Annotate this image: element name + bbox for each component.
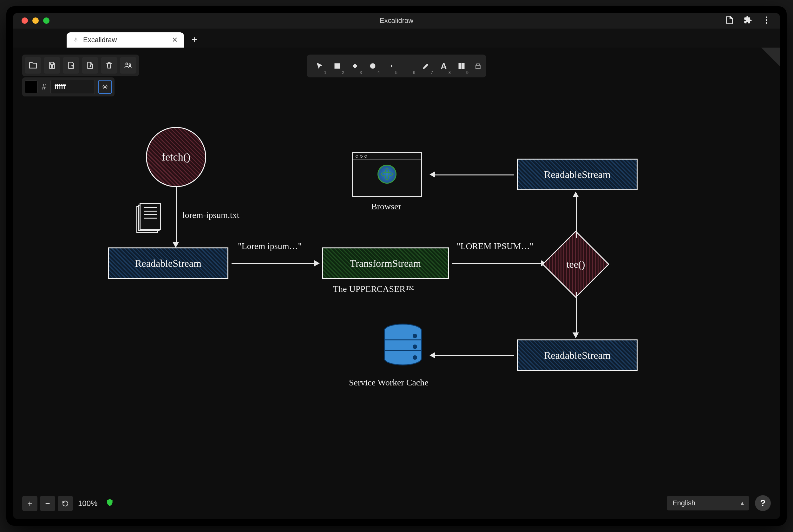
node-fetch[interactable]: fetch() [146,127,206,187]
traffic-lights [13,17,50,24]
shield-icon[interactable] [102,498,114,509]
arrowhead-left-icon [429,171,435,178]
zoom-out-button[interactable]: − [40,496,55,511]
node-browser [352,152,422,197]
globe-icon [378,165,396,184]
node-readable-bottom-label: ReadableStream [544,349,611,361]
zoom-reset-button[interactable] [58,496,73,511]
app-area: # 1 2 3 4 5 6 7 A8 9 fetch() [13,48,780,519]
arrow-readable-to-transform [232,263,314,264]
reset-icon [61,500,69,507]
node-readable-bottom[interactable]: ReadableStream [517,339,638,371]
maximize-window-button[interactable] [43,17,50,24]
tab-close-icon[interactable]: ✕ [172,36,178,44]
canvas[interactable]: fetch() lorem-ipsum.txt ReadableStream "… [13,48,780,519]
arrow-readable-to-browser [434,174,514,175]
tab-label: Excalidraw [83,36,117,44]
new-tab-button[interactable]: + [184,34,205,48]
arrow1-label: "Lorem ipsum…" [238,241,302,251]
arrowhead-up-icon [573,192,579,197]
minimize-window-button[interactable] [32,17,39,24]
zoom-in-button[interactable]: + [22,496,37,511]
node-readable-top-label: ReadableStream [544,169,611,180]
node-tee[interactable]: tee() [552,241,600,288]
cache-caption: Service Worker Cache [349,378,428,388]
file-icon-node [139,203,161,230]
node-tee-label: tee() [552,241,600,288]
transform-caption: The UPPERCASER™ [333,284,414,294]
node-fetch-label: fetch() [162,151,191,163]
app-window: Excalidraw Excalidraw ✕ + [13,13,780,519]
node-readable-1-label: ReadableStream [135,258,201,269]
arrowhead-left-icon-2 [429,352,435,359]
file-label: lorem-ipsum.txt [182,210,239,220]
arrow-transform-to-tee [452,263,541,264]
arrow-tee-down [576,292,577,333]
footer-right: English ? [667,495,771,511]
file-icon[interactable] [725,16,734,26]
tab-bar: Excalidraw ✕ + [13,28,780,48]
browser-caption: Browser [371,202,401,212]
language-select[interactable]: English [667,496,749,510]
arrow-fetch-to-readable [176,187,177,243]
titlebar: Excalidraw [13,13,780,28]
language-label: English [673,499,695,507]
window-title: Excalidraw [380,17,413,25]
arrowhead-right-icon [314,260,320,266]
zoom-controls: + − 100% [22,496,114,511]
extension-icon[interactable] [743,16,752,26]
help-button[interactable]: ? [755,495,771,511]
arrow2-label: "LOREM IPSUM…" [457,241,533,251]
arrowhead-down-icon [173,242,179,248]
node-transform-label: TransformStream [350,258,421,269]
arrow-readable-to-cache [434,355,514,356]
menu-icon[interactable] [762,16,771,24]
browser-tab[interactable]: Excalidraw ✕ [66,32,184,48]
node-readable-1[interactable]: ReadableStream [108,247,228,279]
zoom-percent: 100% [76,499,100,508]
arrowhead-down-icon-2 [573,332,579,338]
node-transform[interactable]: TransformStream [322,247,449,279]
close-window-button[interactable] [22,17,28,24]
arrow-tee-up [576,197,577,238]
node-cache [384,324,422,365]
node-readable-top[interactable]: ReadableStream [517,159,638,190]
mic-icon [73,37,79,43]
